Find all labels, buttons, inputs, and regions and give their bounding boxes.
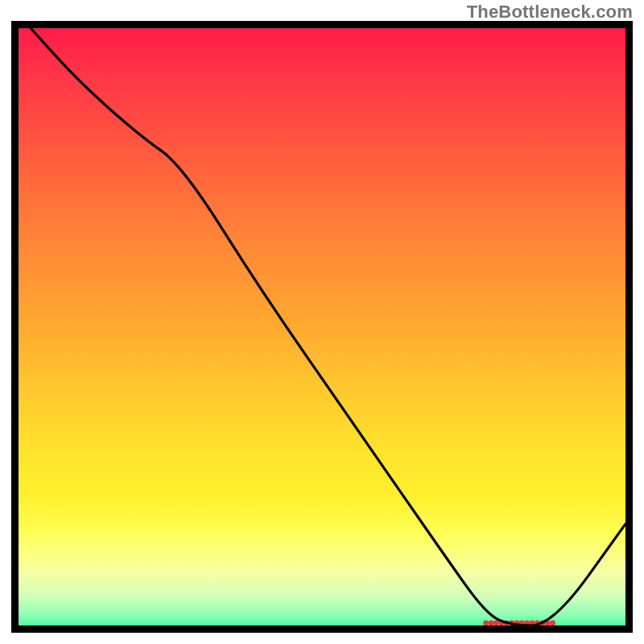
- chart-plot-area: [11, 21, 633, 633]
- attribution-text: TheBottleneck.com: [467, 2, 633, 23]
